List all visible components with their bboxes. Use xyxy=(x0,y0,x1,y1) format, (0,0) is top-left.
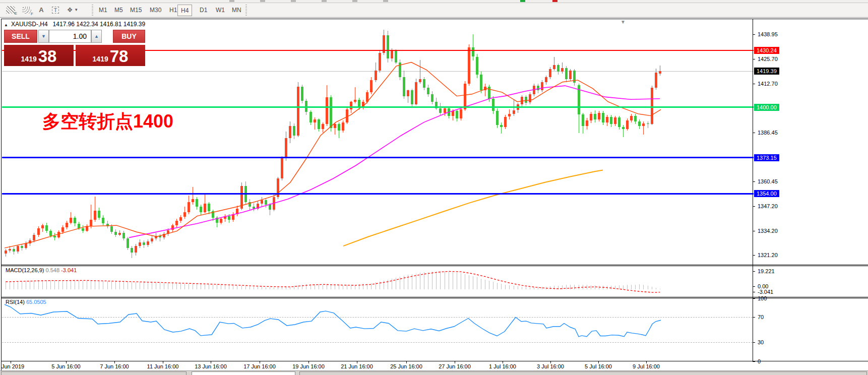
cutoff-sell-icon xyxy=(552,0,557,2)
chart-shift-marker-icon[interactable]: ▼ xyxy=(621,19,626,25)
ma-slow-line xyxy=(343,170,603,246)
ma-mid-line xyxy=(129,86,660,237)
cutoff-icon xyxy=(229,0,234,2)
toolbar-separator xyxy=(92,5,93,16)
chart-window[interactable]: 1438.951425.701412.701386.451360.451347.… xyxy=(1,19,868,371)
sell-price-big: 38 xyxy=(38,48,57,65)
chart-annotation-text: 多空转折点1400 xyxy=(42,109,173,134)
ma-fast-line xyxy=(5,62,661,248)
cutoff-panel xyxy=(1,371,187,375)
cutoff-icon xyxy=(291,0,296,2)
chart-toolbar: E F A T ❖▼ M1M5M15M30H1H4D1W1MN xyxy=(0,3,868,18)
level-line[interactable] xyxy=(2,157,754,158)
macd-signal-line xyxy=(6,271,660,292)
price-badge: 1354.00 xyxy=(754,190,779,197)
price-badge: 1373.15 xyxy=(754,154,779,161)
level-line[interactable] xyxy=(2,193,754,195)
cutoff-panel xyxy=(299,371,867,375)
toolbar-separator xyxy=(245,5,247,16)
bottom-window-cutoff xyxy=(0,370,868,375)
timeframe-button-h4[interactable]: H4 xyxy=(177,5,192,16)
cutoff-icon xyxy=(383,0,388,2)
level-line[interactable] xyxy=(2,106,754,108)
buy-button[interactable]: BUY xyxy=(113,30,145,43)
timeframe-button-m15[interactable]: M15 xyxy=(127,5,145,15)
sell-price-small: 1419 xyxy=(21,55,37,63)
buy-price-small: 1419 xyxy=(93,55,108,63)
panel-separator xyxy=(2,265,868,265)
cutoff-buy-icon xyxy=(520,0,525,2)
panel-separator xyxy=(2,297,868,297)
volume-up-button[interactable]: ▲ xyxy=(91,30,102,43)
ohlc-values: 1417.96 1422.34 1416.81 1419.39 xyxy=(53,21,146,28)
plot-right-border xyxy=(753,19,753,361)
symbol-name: XAUUSD-,H4 xyxy=(11,21,48,28)
price-badge: 1430.24 xyxy=(754,47,779,54)
timeframe-button-m5[interactable]: M5 xyxy=(111,5,126,15)
grid-dots-icon[interactable]: F xyxy=(20,4,33,16)
price-badge: 1400.00 xyxy=(754,104,779,111)
cutoff-icon xyxy=(352,0,357,2)
price-badge: 1419.39 xyxy=(754,68,779,75)
sell-button[interactable]: SELL xyxy=(4,30,37,43)
cutoff-icon xyxy=(260,0,265,2)
volume-input[interactable] xyxy=(49,30,91,43)
panel-separator xyxy=(2,298,868,298)
text-box-icon[interactable]: T xyxy=(49,4,61,16)
timeframe-button-d1[interactable]: D1 xyxy=(197,5,210,15)
timeframe-button-m30[interactable]: M30 xyxy=(147,5,164,15)
buy-price-big: 78 xyxy=(110,48,129,65)
buy-price-panel[interactable]: 1419 78 xyxy=(76,45,145,66)
rsi-line xyxy=(5,304,661,337)
cutoff-field xyxy=(192,371,295,375)
timeframe-button-mn[interactable]: MN xyxy=(229,5,244,15)
timeframe-button-m1[interactable]: M1 xyxy=(96,5,110,15)
indicators-icon[interactable]: E xyxy=(4,4,17,16)
symbol-header: ▲XAUUSD-,H41417.96 1422.34 1416.81 1419.… xyxy=(4,21,145,28)
sell-price-panel[interactable]: 1419 38 xyxy=(4,45,74,66)
text-label-icon[interactable]: A xyxy=(36,4,46,16)
volume-down-button[interactable]: ▼ xyxy=(38,30,49,43)
panel-separator xyxy=(2,361,868,361)
chart-lines-layer xyxy=(2,19,868,371)
timeframe-button-w1[interactable]: W1 xyxy=(213,5,228,15)
cutoff-icon xyxy=(322,0,327,2)
panel-separator xyxy=(2,266,868,266)
mt4-app-window: E F A T ❖▼ M1M5M15M30H1H4D1W1MN 1438.951… xyxy=(0,0,868,375)
objects-arrows-icon[interactable]: ❖▼ xyxy=(65,4,81,16)
collapse-arrow-icon[interactable]: ▲ xyxy=(4,23,8,27)
